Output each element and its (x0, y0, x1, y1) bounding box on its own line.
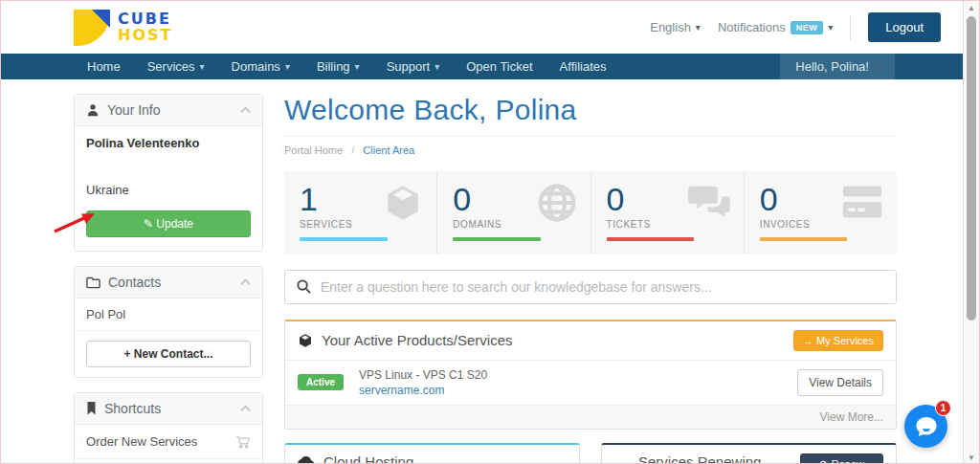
breadcrumb-client-area: Client Area (363, 144, 414, 156)
language-dropdown[interactable]: English ▾ (650, 20, 701, 34)
logo-line-1: CUBE (118, 11, 172, 28)
shortcuts-header[interactable]: Shortcuts (75, 393, 262, 425)
nav-item-affiliates[interactable]: Affiliates (546, 54, 620, 79)
chevron-up-icon (240, 405, 251, 412)
nav-item-billing[interactable]: Billing▾ (303, 54, 373, 79)
product-row: Active VPS Linux - VPS C1 S20 servername… (285, 360, 896, 405)
view-details-button[interactable]: View Details (797, 369, 883, 396)
your-info-panel: Your Info Polina Velenteenko Ukraine ✎ U… (74, 94, 263, 252)
cart-icon (235, 435, 251, 449)
logo-line-2: HOST (118, 28, 172, 44)
scrollbar-down-arrow[interactable]: ▼ (964, 453, 979, 462)
vertical-scrollbar[interactable]: ▲ ▼ (963, 1, 979, 464)
comments-icon (688, 183, 730, 221)
caret-down-icon: ▾ (875, 61, 880, 72)
cubehost-logo[interactable]: CUBE HOST (74, 10, 172, 46)
chevron-up-icon (240, 106, 251, 114)
globe-icon (537, 183, 577, 223)
main-content: Welcome Back, Polina Portal Home / Clien… (284, 94, 897, 464)
nav-item-open-ticket[interactable]: Open Ticket (453, 54, 546, 79)
top-header: CUBE HOST English ▾ Notifications NEW ▾ … (1, 1, 979, 54)
notifications-dropdown[interactable]: Notifications NEW ▾ (718, 20, 833, 34)
shortcuts-panel: Shortcuts Order New Services Register a … (74, 392, 263, 464)
renew-now-button[interactable]: ⟳ Renew Now (800, 453, 883, 464)
user-icon (86, 103, 100, 117)
shortcuts-title: Shortcuts (104, 401, 161, 416)
your-info-title: Your Info (107, 102, 161, 118)
new-contact-button[interactable]: + New Contact... (86, 341, 251, 367)
cube-icon (383, 183, 423, 223)
cloud-icon (298, 455, 315, 464)
your-info-header[interactable]: Your Info (75, 95, 262, 126)
caret-down-icon: ▾ (285, 61, 290, 72)
view-more-link[interactable]: View More... (820, 410, 883, 424)
my-services-button[interactable]: → My Services (793, 330, 883, 351)
scrollbar-up-arrow[interactable]: ▲ (964, 4, 979, 12)
chevron-up-icon (240, 278, 251, 286)
nav-item-domains[interactable]: Domains▾ (218, 54, 303, 79)
folder-icon (86, 276, 100, 289)
stats-row: 1 SERVICES 0 DOMAINS 0 TICKETS 0 INVOICE… (284, 171, 897, 254)
invoices-underline (760, 237, 848, 241)
contacts-header[interactable]: Contacts (75, 267, 262, 298)
active-products-panel: Your Active Products/Services → My Servi… (284, 320, 897, 430)
language-label: English (650, 20, 691, 34)
chat-widget-button[interactable]: 1 (904, 405, 947, 448)
breadcrumb-portal-home[interactable]: Portal Home (284, 144, 343, 156)
shortcut-register-domain[interactable]: Register a New Domain (75, 459, 262, 464)
arrow-right-icon: → (803, 335, 813, 346)
page-title: Welcome Back, Polina (284, 94, 897, 126)
update-button[interactable]: ✎ Update (86, 210, 251, 237)
cloud-hosting-panel: Cloud Hosting On-demand Provision (284, 443, 580, 464)
knowledgebase-search (284, 270, 897, 304)
services-underline (300, 237, 388, 241)
caret-down-icon: ▾ (355, 61, 360, 72)
stat-tickets[interactable]: 0 TICKETS (590, 171, 744, 254)
caret-down-icon: ▾ (434, 61, 439, 72)
chat-unread-badge: 1 (935, 400, 951, 416)
cubehost-logo-icon (74, 10, 110, 46)
chat-bubble-icon (915, 416, 938, 437)
notifications-label: Notifications (718, 20, 786, 34)
pencil-icon: ✎ (144, 217, 156, 231)
cubehost-logo-text: CUBE HOST (118, 11, 172, 44)
title-divider (284, 136, 897, 137)
contacts-panel: Contacts Pol Pol + New Contact... (74, 266, 263, 378)
new-badge: NEW (791, 21, 824, 34)
refresh-icon: ⟳ (819, 458, 828, 464)
scrollbar-thumb[interactable] (967, 16, 976, 320)
client-name: Polina Velenteenko (86, 136, 251, 150)
cube-icon (298, 333, 313, 348)
stat-services[interactable]: 1 SERVICES (284, 171, 436, 254)
tickets-underline (607, 237, 695, 241)
cloud-hosting-title: Cloud Hosting (323, 453, 413, 464)
active-products-title: Your Active Products/Services (322, 332, 513, 348)
nav-item-services[interactable]: Services▾ (134, 54, 218, 79)
client-country: Ukraine (86, 183, 251, 197)
stat-invoices[interactable]: 0 INVOICES (744, 171, 897, 254)
bookmark-icon (86, 402, 97, 415)
search-input[interactable] (321, 279, 884, 295)
contact-list-item[interactable]: Pol Pol (75, 298, 262, 331)
logout-button[interactable]: Logout (868, 12, 941, 42)
account-dropdown[interactable]: Hello, Polina! ▾ (780, 54, 895, 79)
domains-underline (453, 237, 541, 241)
main-navbar: Home Services▾ Domains▾ Billing▾ Support… (1, 54, 979, 79)
header-divider (850, 15, 851, 40)
search-icon (297, 279, 311, 294)
product-name: VPS Linux - VPS C1 S20 (359, 368, 487, 382)
nav-item-home[interactable]: Home (74, 54, 134, 79)
shortcut-order-services[interactable]: Order New Services (75, 425, 262, 459)
nav-item-support[interactable]: Support▾ (373, 54, 454, 79)
product-domain-link[interactable]: servername.com (359, 384, 487, 397)
contacts-title: Contacts (108, 275, 161, 290)
stat-domains[interactable]: 0 DOMAINS (436, 171, 590, 254)
caret-down-icon: ▾ (200, 61, 205, 72)
caret-down-icon: ▾ (828, 22, 833, 33)
breadcrumb-separator: / (351, 144, 354, 156)
credit-card-icon (841, 183, 883, 221)
sidebar: Your Info Polina Velenteenko Ukraine ✎ U… (74, 94, 263, 464)
greeting-label: Hello, Polina! (795, 59, 869, 74)
services-renewing-title: Services Renewing Soon (638, 453, 791, 464)
caret-down-icon: ▾ (696, 22, 701, 33)
